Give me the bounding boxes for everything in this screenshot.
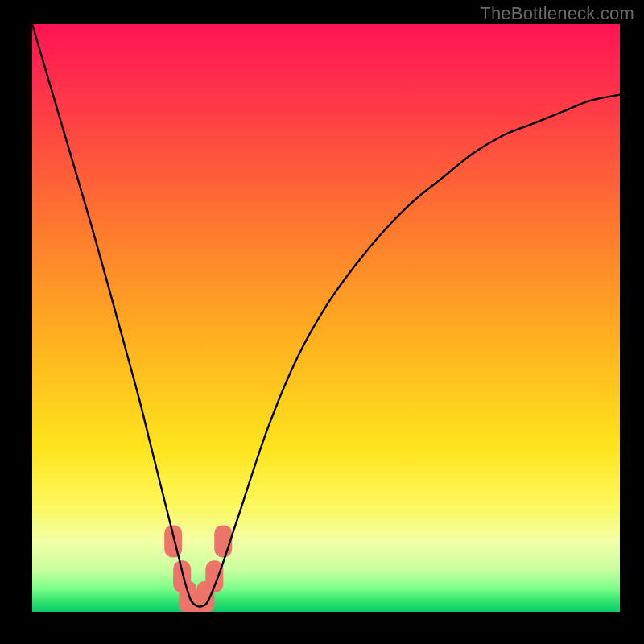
chart-svg: [32, 24, 620, 612]
plot-area: [32, 24, 620, 612]
bottleneck-curve: [32, 24, 620, 607]
curve-marker: [164, 525, 182, 557]
chart-frame: TheBottleneck.com: [0, 0, 644, 644]
watermark-text: TheBottleneck.com: [480, 3, 634, 24]
